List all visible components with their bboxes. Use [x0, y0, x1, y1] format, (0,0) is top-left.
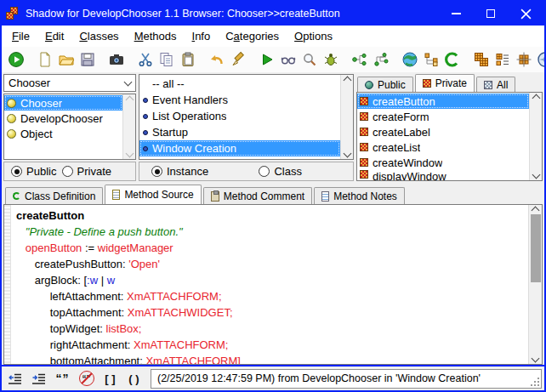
parentheses-button[interactable]: ( ) [123, 369, 145, 389]
do-it-button[interactable] [256, 48, 277, 71]
window-controls [452, 9, 540, 20]
code-line: createPushButton: 'Open' [16, 256, 525, 272]
category-row[interactable]: Event Handlers [139, 92, 340, 108]
resize-grip[interactable] [531, 378, 539, 386]
class-refs-button[interactable] [441, 48, 463, 71]
tab[interactable]: All [476, 77, 515, 92]
method-icon [360, 143, 368, 151]
quotes-off-button[interactable]: “” [76, 369, 97, 389]
tab[interactable]: Class Definition [5, 187, 103, 204]
screenshot-button[interactable] [105, 48, 127, 71]
copy-button[interactable] [156, 48, 177, 71]
method-row[interactable]: createList [357, 139, 529, 155]
debug-button[interactable] [320, 48, 341, 71]
compass-button[interactable] [534, 48, 546, 71]
indent-button[interactable] [28, 369, 49, 389]
square-brackets-button[interactable]: [ ] [100, 369, 121, 389]
paste-icon [179, 51, 196, 68]
method-outline-icon [494, 51, 511, 68]
show-it-button[interactable] [277, 48, 299, 71]
radio-option[interactable]: Private [62, 165, 111, 178]
minimize-button[interactable] [452, 13, 461, 14]
protocol-tree-button[interactable] [370, 48, 391, 71]
cut-button[interactable] [134, 48, 156, 71]
method-row[interactable]: createButton [357, 94, 529, 109]
save-button[interactable] [77, 48, 98, 71]
scroll-up-icon[interactable] [343, 77, 351, 85]
radio-icon [151, 166, 162, 177]
method-grid-button[interactable] [470, 48, 492, 71]
indent-icon [31, 371, 47, 387]
tab[interactable]: Public [357, 77, 413, 92]
tab[interactable]: Method Notes [314, 187, 405, 204]
open-button[interactable] [55, 48, 77, 71]
code-segment: rightAttachment: [16, 338, 134, 351]
scroll-up-icon[interactable] [532, 207, 540, 215]
brush-button[interactable] [227, 48, 248, 71]
protocol-flat-button[interactable] [349, 48, 370, 71]
undo-button[interactable] [206, 48, 227, 71]
scroll-down-icon[interactable] [532, 355, 540, 363]
quotes-button[interactable]: “” [52, 369, 73, 389]
class-row[interactable]: DevelopChooser [4, 111, 122, 126]
code-line: openButton := widgetManager [16, 240, 525, 256]
code-line: topWidget: listBox; [16, 321, 525, 337]
radio-option[interactable]: Public [11, 165, 56, 178]
radio-option[interactable]: Class [259, 165, 302, 178]
menu-classes[interactable]: Classes [71, 27, 126, 45]
brush-icon [230, 51, 247, 68]
tab[interactable]: Method Source [105, 185, 201, 204]
method-icon [360, 128, 368, 136]
menu-methods[interactable]: Methods [127, 27, 185, 45]
category-row[interactable]: Window Creation [139, 140, 340, 156]
run-button[interactable] [5, 48, 26, 71]
menu-file[interactable]: File [4, 27, 37, 45]
category-list-scrollbar[interactable] [340, 75, 353, 159]
outdent-button[interactable] [4, 369, 26, 389]
menu-categories[interactable]: Categories [218, 27, 287, 45]
method-row[interactable]: displayWindow [357, 170, 529, 180]
scroll-down-icon[interactable] [125, 150, 134, 158]
quotes-icon: “” [56, 372, 70, 385]
method-row-label: createForm [373, 111, 429, 123]
code-segment: | [98, 274, 107, 287]
radio-option[interactable]: Instance [151, 165, 208, 178]
class-combo[interactable]: Chooser [3, 74, 136, 92]
code-segment: "Private - Define a push button." [16, 225, 183, 238]
close-button[interactable] [520, 9, 532, 20]
method-source-editor[interactable]: createButton "Private - Define a push bu… [3, 204, 543, 365]
class-list-scrollbar[interactable] [122, 94, 135, 159]
scroll-up-icon[interactable] [532, 94, 540, 103]
method-list-scrollbar[interactable] [529, 93, 542, 180]
menu-edit[interactable]: Edit [37, 27, 71, 45]
maximize-button[interactable] [486, 9, 495, 18]
code-text[interactable]: createButton "Private - Define a push bu… [11, 205, 528, 364]
hierarchy-button[interactable] [420, 48, 441, 71]
method-row[interactable]: createLabel [357, 124, 529, 139]
new-document-icon [37, 51, 54, 68]
tab[interactable]: Method Comment [203, 187, 312, 204]
tab-label: Private [435, 77, 467, 89]
scroll-down-icon[interactable] [343, 150, 351, 158]
tab-icon [484, 81, 492, 89]
scroll-thumb[interactable] [531, 214, 541, 282]
menu-options[interactable]: Options [287, 27, 340, 45]
editor-scrollbar[interactable] [528, 205, 542, 364]
tab[interactable]: Private [415, 74, 475, 92]
inspect-button[interactable] [299, 48, 320, 71]
paste-button[interactable] [177, 48, 198, 71]
globe-button[interactable] [399, 48, 420, 71]
method-outline-button[interactable] [492, 48, 513, 71]
category-row[interactable]: Startup [139, 124, 340, 140]
method-row[interactable]: createWindow [357, 155, 529, 170]
scroll-down-icon[interactable] [532, 171, 540, 179]
menu-info[interactable]: Info [185, 27, 219, 45]
class-row[interactable]: Chooser [4, 95, 122, 111]
category-row[interactable]: List Operations [139, 108, 340, 124]
category-row[interactable]: -- all -- [139, 76, 340, 92]
new-button[interactable] [34, 48, 55, 71]
grid-cross-button[interactable] [513, 48, 534, 71]
class-row[interactable]: Object [4, 126, 122, 141]
method-row[interactable]: createForm [357, 109, 529, 124]
scroll-up-icon[interactable] [125, 96, 134, 105]
